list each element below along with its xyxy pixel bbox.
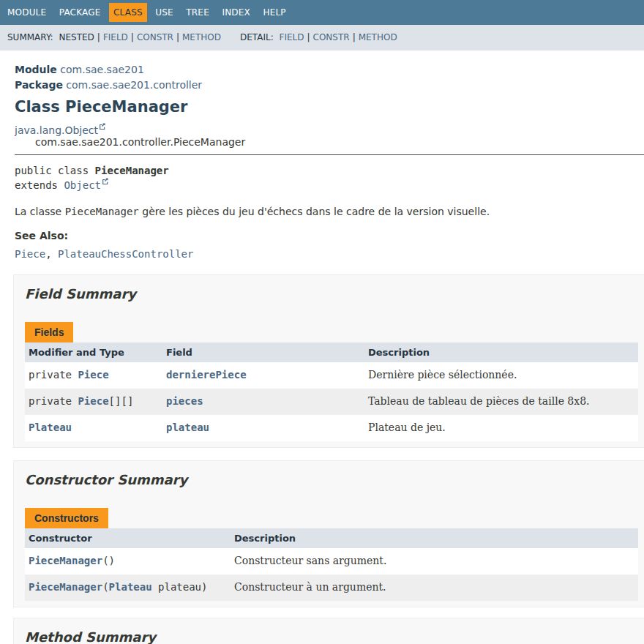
class-declaration: public class PieceManager extends Object — [15, 163, 644, 192]
constructor-row-noarg: PieceManager() Constructeur sans argumen… — [25, 548, 638, 574]
external-link-icon — [102, 178, 108, 184]
header-divider — [15, 154, 644, 155]
constructor-description: Constructeur sans argument. — [234, 555, 634, 566]
field-type-link[interactable]: Piece — [78, 369, 108, 381]
field-row-dernierePiece: private Piece dernierePiece Dernière piè… — [25, 362, 638, 389]
field-name-link[interactable]: pieces — [166, 395, 203, 407]
constructors-tab[interactable]: Constructors — [25, 508, 108, 528]
detail-method-link[interactable]: METHOD — [359, 32, 397, 42]
field-type-link[interactable]: Piece — [78, 395, 108, 407]
detail-field-link[interactable]: FIELD — [280, 32, 304, 42]
top-navigation: MODULE PACKAGE CLASS USE TREE INDEX HELP — [0, 0, 644, 25]
field-summary-heading: Field Summary — [25, 275, 638, 302]
col-modifier-and-type: Modifier and Type — [25, 342, 162, 362]
summary-method-link[interactable]: METHOD — [182, 32, 221, 42]
class-page-content: Module com.sae.sae201 Package com.sae.sa… — [0, 50, 644, 644]
constructors-table: Constructor Description PieceManager() C… — [25, 528, 638, 601]
superclass-link[interactable]: java.lang.Object — [15, 124, 98, 136]
constructor-link[interactable]: PieceManager — [29, 581, 102, 593]
field-type-link[interactable]: Plateau — [29, 422, 72, 433]
class-description: La classe PieceManager gère les pièces d… — [15, 206, 644, 217]
inheritance-tree: java.lang.Object com.sae.sae201.controll… — [15, 123, 644, 148]
nav-item-help[interactable]: HELP — [258, 3, 290, 22]
package-line: Package com.sae.sae201.controller — [15, 78, 644, 93]
nav-item-package[interactable]: PACKAGE — [55, 3, 105, 22]
qualified-class-name: com.sae.sae201.controller.PieceManager — [15, 136, 644, 148]
col-description: Description — [364, 342, 638, 362]
see-also-links: Piece, PlateauChessController — [15, 248, 644, 260]
module-label: Module — [15, 64, 57, 75]
method-summary-heading: Method Summary — [25, 618, 638, 644]
extends-keyword: extends — [15, 179, 64, 191]
field-row-plateau: Plateau plateau Plateau de jeu. — [25, 415, 638, 441]
constructors-table-header-row: Constructor Description — [25, 528, 638, 548]
sub-navigation: SUMMARY: NESTED|FIELD|CONSTR|METHODDETAI… — [0, 25, 644, 50]
detail-constr-link[interactable]: CONSTR — [313, 32, 350, 42]
see-also-piece-link[interactable]: Piece — [15, 248, 45, 260]
class-modifiers: public class — [15, 165, 95, 176]
field-summary-section: Field Summary Fields Modifier and Type F… — [13, 274, 644, 448]
summary-constr-link[interactable]: CONSTR — [137, 32, 173, 42]
field-description: Dernière pièce sélectionnée. — [368, 369, 634, 381]
fields-tab[interactable]: Fields — [25, 322, 73, 342]
package-link[interactable]: com.sae.sae201.controller — [66, 79, 202, 91]
fields-table: Modifier and Type Field Description priv… — [25, 342, 638, 441]
inline-code: PieceManager — [65, 206, 139, 217]
external-link-icon — [99, 123, 105, 130]
summary-field-link[interactable]: FIELD — [103, 32, 128, 42]
field-description: Tableau de tableau de pièces de taille 8… — [368, 395, 634, 407]
constructor-summary-heading: Constructor Summary — [25, 461, 638, 487]
field-name-link[interactable]: dernierePiece — [166, 369, 247, 381]
class-name: PieceManager — [95, 165, 169, 176]
field-row-pieces: private Piece[][] pieces Tableau de tabl… — [25, 389, 638, 415]
method-summary-section: Method Summary — [13, 618, 644, 644]
param-type-link[interactable]: Plateau — [109, 581, 152, 593]
nav-item-use[interactable]: USE — [151, 3, 178, 22]
col-field: Field — [162, 342, 364, 362]
nav-item-module[interactable]: MODULE — [3, 3, 50, 22]
field-name-link[interactable]: plateau — [166, 422, 209, 433]
constructor-summary-section: Constructor Summary Constructors Constru… — [13, 460, 644, 607]
fields-table-header-row: Modifier and Type Field Description — [25, 342, 638, 362]
detail-links-group: DETAIL: FIELD|CONSTR|METHOD — [240, 32, 397, 42]
module-line: Module com.sae.sae201 — [15, 62, 644, 78]
detail-label: DETAIL: — [240, 32, 274, 42]
page-title: Class PieceManager — [15, 97, 644, 116]
summary-label: SUMMARY: — [7, 32, 53, 42]
constructor-description: Constructeur à un argument. — [234, 581, 634, 593]
summary-nested: NESTED — [59, 32, 94, 42]
nav-item-tree[interactable]: TREE — [181, 3, 214, 22]
extends-type-link[interactable]: Object — [64, 179, 101, 191]
field-description: Plateau de jeu. — [368, 422, 634, 433]
see-also-label: See Also: — [15, 230, 644, 242]
see-also-controller-link[interactable]: PlateauChessController — [58, 248, 193, 260]
nav-item-index[interactable]: INDEX — [217, 3, 255, 22]
package-label: Package — [15, 79, 63, 91]
summary-links-group: SUMMARY: NESTED|FIELD|CONSTR|METHOD — [7, 32, 221, 42]
col-constructor: Constructor — [25, 528, 231, 548]
col-description: Description — [231, 528, 638, 548]
constructor-row-plateau: PieceManager(Plateau plateau) Constructe… — [25, 574, 638, 601]
module-link[interactable]: com.sae.sae201 — [60, 64, 144, 75]
constructor-link[interactable]: PieceManager — [29, 555, 102, 566]
nav-item-class[interactable]: CLASS — [109, 3, 147, 22]
